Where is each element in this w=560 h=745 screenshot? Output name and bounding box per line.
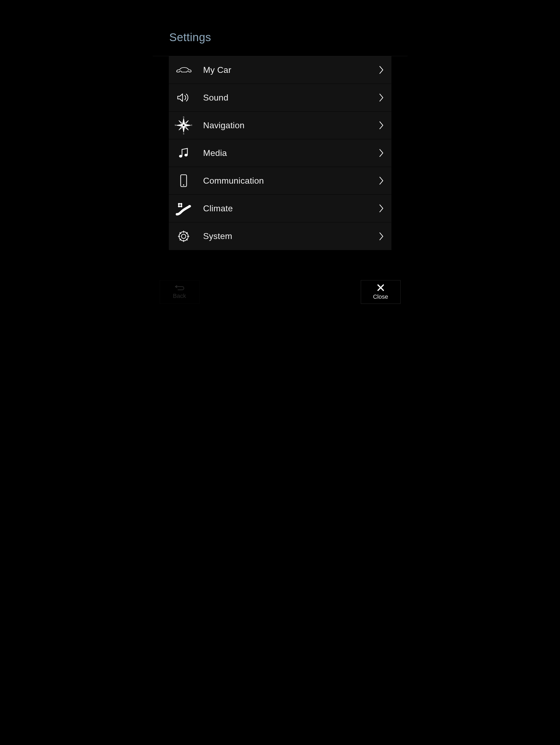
back-icon [174, 285, 185, 291]
svg-point-13 [179, 155, 182, 158]
close-label: Close [373, 293, 388, 300]
menu-item-media[interactable]: Media [169, 139, 391, 167]
menu-item-label: Navigation [194, 121, 378, 130]
chevron-right-icon [378, 65, 384, 75]
svg-text:W: W [174, 124, 176, 126]
menu-item-label: Climate [194, 203, 378, 214]
back-button: Back [160, 280, 199, 304]
svg-point-8 [183, 124, 185, 126]
chevron-right-icon [378, 176, 384, 186]
menu-item-label: My Car [194, 65, 378, 75]
chevron-right-icon [378, 148, 384, 158]
page-title: Settings [169, 31, 407, 44]
svg-point-22 [182, 234, 186, 238]
menu-item-navigation[interactable]: N E W S Navigation [169, 111, 391, 139]
menu-item-my-car[interactable]: My Car [169, 56, 391, 84]
header: Settings [153, 0, 407, 56]
compass-icon: N E W S [174, 116, 194, 135]
menu-item-climate[interactable]: Climate [169, 195, 391, 222]
menu-item-sound[interactable]: Sound [169, 84, 391, 111]
car-icon [174, 66, 194, 74]
close-icon [377, 284, 385, 292]
chevron-right-icon [378, 93, 384, 102]
svg-point-23 [179, 232, 188, 241]
back-label: Back [173, 293, 186, 299]
sound-icon [174, 92, 194, 103]
menu-item-label: Media [194, 148, 378, 158]
chevron-right-icon [378, 121, 384, 130]
footer-bar: Back Close [160, 280, 401, 304]
menu-item-label: System [194, 231, 378, 241]
music-icon [174, 147, 194, 159]
settings-screen: Settings My Car Soun [153, 0, 407, 358]
menu-item-label: Sound [194, 93, 378, 103]
settings-menu: My Car Sound [169, 56, 391, 250]
menu-item-label: Communication [194, 176, 378, 186]
climate-icon [174, 201, 194, 216]
menu-item-communication[interactable]: Communication [169, 167, 391, 195]
svg-point-16 [183, 185, 184, 186]
svg-point-21 [179, 204, 181, 206]
close-button[interactable]: Close [361, 280, 401, 304]
svg-point-14 [185, 154, 188, 157]
phone-icon [174, 174, 194, 187]
svg-text:S: S [183, 133, 184, 135]
svg-text:E: E [191, 124, 192, 126]
chevron-right-icon [378, 231, 384, 241]
svg-text:N: N [183, 116, 184, 118]
gear-icon [174, 230, 194, 243]
chevron-right-icon [378, 203, 384, 213]
menu-item-system[interactable]: System [169, 222, 391, 250]
